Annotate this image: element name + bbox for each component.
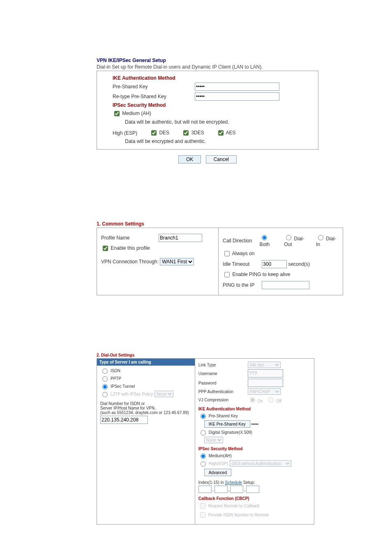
aes-option[interactable]: AES — [217, 129, 236, 137]
psk-radio-option[interactable]: Pre-Shared Key — [198, 412, 311, 419]
medium-option[interactable]: Medium (AH) — [113, 110, 151, 117]
high-esp-select: DES without Authentication — [230, 460, 291, 467]
schedule-link[interactable]: Schedule — [225, 480, 242, 485]
pppauth-label: PPP Authentication — [198, 389, 248, 394]
tdes-label: 3DES — [191, 130, 204, 136]
call-dir-dialin-radio[interactable] — [318, 235, 323, 240]
sched-input-2[interactable] — [214, 486, 228, 493]
advanced-button[interactable]: Advanced — [204, 469, 231, 476]
tdes-checkbox[interactable] — [183, 130, 189, 136]
cb-provide-option[interactable]: Provide ISDN Number to Remote — [198, 511, 311, 519]
dsig-radio[interactable] — [201, 430, 206, 435]
call-dir-dialout-radio[interactable] — [286, 235, 291, 240]
des-checkbox[interactable] — [151, 130, 157, 136]
ping-keepalive-label: Enable PING to keep alive — [232, 272, 290, 277]
vj-off-label: Off — [276, 399, 281, 403]
ike-psk-button[interactable]: IKE Pre-Shared Key — [204, 420, 250, 428]
cancel-button[interactable]: Cancel — [206, 155, 237, 164]
username-input — [248, 369, 283, 378]
idle-timeout-input[interactable] — [262, 260, 287, 268]
dsig-select: None — [204, 437, 223, 443]
link-type-label: Link Type — [198, 363, 248, 367]
vpn-general-panel: IKE Authentication Method Pre-Shared Key… — [97, 71, 318, 150]
medium-ah-option[interactable]: Medium(AH) — [198, 452, 311, 459]
vj-on: On — [248, 399, 263, 403]
vpn-general-subtitle: Dial-in Set up for Remote Dial-in users … — [97, 64, 318, 70]
medium-ah-radio[interactable] — [201, 454, 206, 459]
dialout-title: 2. Dial-Out Settings — [97, 353, 314, 357]
dialout-panel: Type of Server I am calling ISDN PPTP IP… — [97, 358, 314, 525]
dsig-option[interactable]: Digital Signature(X.509) — [198, 429, 311, 435]
type-isdn[interactable]: ISDN — [100, 367, 191, 374]
enable-profile-checkbox[interactable] — [103, 246, 108, 251]
type-ipsec-radio[interactable] — [102, 384, 108, 389]
sched-input-1[interactable] — [198, 486, 212, 493]
des-option[interactable]: DES — [150, 129, 169, 137]
aes-checkbox[interactable] — [218, 130, 224, 136]
type-ipsec-label: IPSec Tunnel — [111, 384, 135, 389]
ike-auth-heading3: IKE Authentication Method — [198, 407, 311, 411]
username-label: Username — [198, 371, 248, 376]
schedule-line-prefix: Index(1-15) in — [198, 480, 225, 485]
high-esp-radio[interactable] — [201, 461, 206, 467]
sched-input-3[interactable] — [230, 486, 243, 493]
cb-provide-checkbox — [200, 512, 205, 518]
call-dir-both-radio[interactable] — [262, 235, 267, 240]
type-pptp[interactable]: PPTP — [100, 375, 191, 382]
vj-label: VJ Compression — [198, 398, 248, 402]
des-label: DES — [159, 130, 169, 136]
cb-require-checkbox — [200, 503, 205, 509]
enable-profile-option[interactable]: Enable this profile — [101, 244, 150, 252]
medium-label: Medium (AH) — [122, 111, 151, 116]
type-l2tp-radio[interactable] — [102, 392, 108, 397]
vj-off: Off — [266, 399, 281, 403]
type-pptp-radio[interactable] — [102, 376, 108, 382]
pppauth-select: PAP/CHAP — [248, 388, 281, 395]
cb-provide-label: Provide ISDN Number to Remote — [208, 513, 269, 517]
ok-button[interactable]: OK — [178, 155, 201, 164]
type-of-server-header: Type of Server I am calling — [97, 359, 195, 366]
always-on-option[interactable]: Always on — [223, 250, 254, 258]
call-dir-both-label: Both — [260, 242, 270, 247]
high-esp-option[interactable]: High(ESP) DES without Authentication — [198, 460, 311, 467]
psk-label: Pre-Shared Key — [113, 84, 195, 90]
medium-ah-label: Medium(AH) — [209, 454, 232, 458]
call-dir-dialout[interactable]: Dial-Out — [284, 234, 310, 247]
ping-to-ip-label: PING to the IP — [223, 282, 262, 288]
vpn-conn-through-label: VPN Connection Through: — [101, 259, 159, 265]
call-dir-both[interactable]: Both — [260, 234, 279, 247]
ping-keepalive-checkbox[interactable] — [224, 272, 230, 277]
callback-heading: Callback Function (CBCP) — [198, 496, 311, 501]
ike-psk-mask: ••••• — [251, 422, 259, 426]
type-isdn-radio[interactable] — [102, 368, 108, 374]
vj-off-radio — [268, 397, 274, 403]
sched-input-4[interactable] — [246, 486, 259, 493]
ping-to-ip-input[interactable] — [262, 281, 309, 289]
tdes-option[interactable]: 3DES — [182, 129, 204, 137]
ping-keepalive-option[interactable]: Enable PING to keep alive — [223, 271, 290, 279]
vpn-conn-through-select[interactable]: WAN1 First — [160, 258, 194, 265]
psk-input[interactable] — [195, 83, 279, 91]
psk-radio[interactable] — [201, 414, 206, 419]
type-ipsec[interactable]: IPSec Tunnel — [100, 383, 191, 389]
enable-profile-label: Enable this profile — [111, 245, 150, 251]
psk-radio-label: Pre-Shared Key — [209, 414, 238, 418]
common-settings-title: 1. Common Settings — [97, 221, 343, 227]
ike-auth-heading: IKE Authentication Method — [113, 75, 315, 81]
type-isdn-label: ISDN — [111, 368, 120, 373]
cb-require-option[interactable]: Require Remote to Callback — [198, 502, 311, 510]
repsk-input[interactable] — [195, 92, 279, 101]
type-pptp-label: PPTP — [111, 376, 121, 381]
call-dir-dialin[interactable]: Dial-In — [316, 234, 339, 247]
password-label: Password — [198, 381, 248, 385]
cb-require-label: Require Remote to Callback — [208, 504, 260, 508]
always-on-checkbox[interactable] — [224, 251, 230, 256]
high-esp-label3: High(ESP) — [209, 461, 228, 466]
medium-checkbox[interactable] — [114, 111, 120, 116]
medium-desc: Data will be authentic, but will not be … — [113, 119, 315, 125]
link-type-select: 64k bps — [248, 362, 281, 368]
vj-on-label: On — [258, 399, 263, 403]
dial-number-input[interactable] — [100, 416, 148, 424]
type-l2tp[interactable]: L2TP with IPSec Policy None — [100, 391, 191, 397]
profile-name-input[interactable] — [159, 234, 202, 242]
